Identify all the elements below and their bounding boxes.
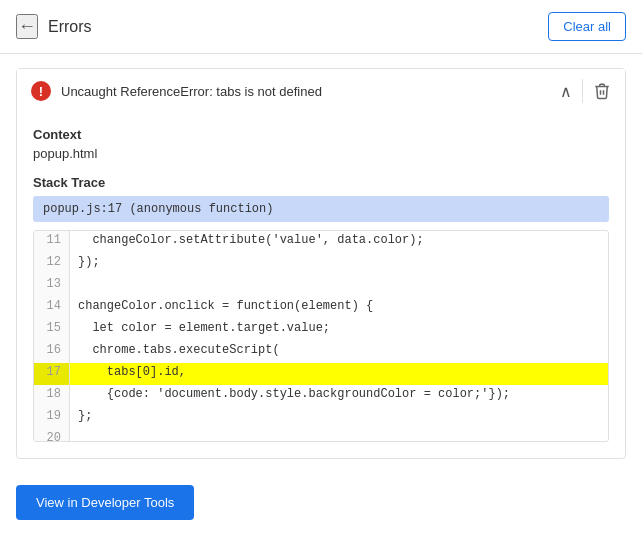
- line-text: changeColor.setAttribute('value', data.c…: [70, 231, 608, 253]
- code-lines[interactable]: 11 changeColor.setAttribute('value', dat…: [34, 231, 608, 441]
- stack-trace-label: Stack Trace: [33, 175, 609, 190]
- line-text: chrome.tabs.executeScript(: [70, 341, 608, 363]
- line-number: 13: [34, 275, 70, 297]
- line-text: [70, 275, 608, 297]
- code-line: 15 let color = element.target.value;: [34, 319, 608, 341]
- line-number: 18: [34, 385, 70, 407]
- line-number: 11: [34, 231, 70, 253]
- line-number: 17: [34, 363, 70, 385]
- error-actions: ∧: [560, 79, 611, 103]
- error-content: Context popup.html Stack Trace popup.js:…: [17, 127, 625, 458]
- code-line: 13: [34, 275, 608, 297]
- line-text: let color = element.target.value;: [70, 319, 608, 341]
- line-number: 19: [34, 407, 70, 429]
- error-icon: !: [31, 81, 51, 101]
- back-button[interactable]: ←: [16, 14, 38, 39]
- context-label: Context: [33, 127, 609, 142]
- line-text: {code: 'document.body.style.backgroundCo…: [70, 385, 608, 407]
- code-line: 19};: [34, 407, 608, 429]
- stack-trace-entry: popup.js:17 (anonymous function): [33, 196, 609, 222]
- line-text: });: [70, 253, 608, 275]
- footer: View in Developer Tools: [0, 473, 642, 532]
- line-number: 16: [34, 341, 70, 363]
- line-number: 14: [34, 297, 70, 319]
- delete-button[interactable]: [593, 82, 611, 100]
- code-block: 11 changeColor.setAttribute('value', dat…: [33, 230, 609, 442]
- context-value: popup.html: [33, 146, 609, 161]
- vertical-divider: [582, 79, 583, 103]
- clear-all-button[interactable]: Clear all: [548, 12, 626, 41]
- code-line: 16 chrome.tabs.executeScript(: [34, 341, 608, 363]
- code-line: 11 changeColor.setAttribute('value', dat…: [34, 231, 608, 253]
- trash-icon: [593, 82, 611, 100]
- line-text: [70, 429, 608, 441]
- header: ← Errors Clear all: [0, 0, 642, 54]
- view-devtools-button[interactable]: View in Developer Tools: [16, 485, 194, 520]
- error-header: ! Uncaught ReferenceError: tabs is not d…: [17, 69, 625, 113]
- code-line: 18 {code: 'document.body.style.backgroun…: [34, 385, 608, 407]
- page-title: Errors: [48, 18, 92, 36]
- code-line: 12});: [34, 253, 608, 275]
- line-text: tabs[0].id,: [70, 363, 608, 385]
- error-message: Uncaught ReferenceError: tabs is not def…: [61, 84, 322, 99]
- line-number: 12: [34, 253, 70, 275]
- header-left: ← Errors: [16, 14, 92, 39]
- code-line: 20: [34, 429, 608, 441]
- code-line: 17 tabs[0].id,: [34, 363, 608, 385]
- collapse-button[interactable]: ∧: [560, 82, 572, 101]
- error-item: ! Uncaught ReferenceError: tabs is not d…: [16, 68, 626, 459]
- line-number: 15: [34, 319, 70, 341]
- error-header-left: ! Uncaught ReferenceError: tabs is not d…: [31, 81, 322, 101]
- line-text: changeColor.onclick = function(element) …: [70, 297, 608, 319]
- line-text: };: [70, 407, 608, 429]
- line-number: 20: [34, 429, 70, 441]
- code-line: 14changeColor.onclick = function(element…: [34, 297, 608, 319]
